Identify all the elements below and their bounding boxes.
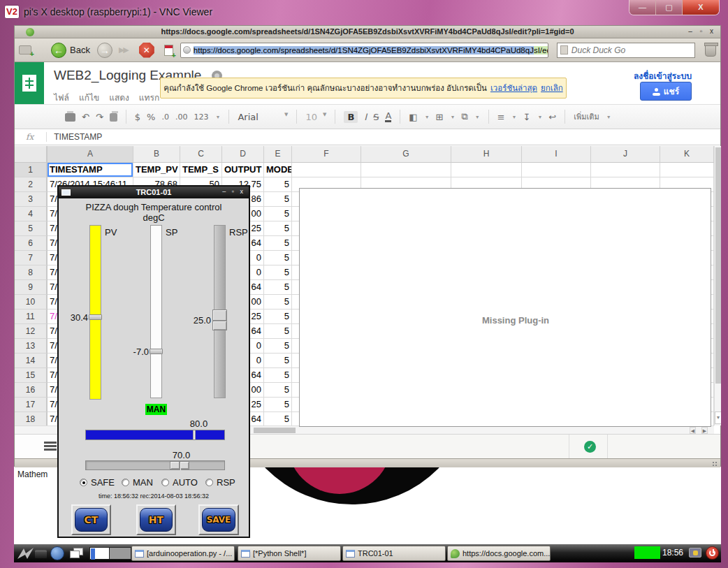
maximize-button[interactable]: ▢ [656, 0, 683, 15]
cell[interactable]: TEMP_PV [133, 163, 180, 177]
more-button[interactable]: เพิ่มเติม [574, 110, 599, 123]
column-header-K[interactable]: K [660, 146, 714, 163]
increase-decimal-icon[interactable]: .00 [175, 112, 188, 122]
cell[interactable] [292, 163, 361, 177]
clock[interactable]: 18:56 [662, 548, 687, 558]
number-format-icon[interactable]: 123 [194, 112, 208, 122]
power-button[interactable] [706, 546, 719, 560]
manual-slider-handle[interactable] [170, 461, 189, 469]
ct-button[interactable]: CT [71, 504, 111, 535]
cell[interactable] [591, 163, 660, 177]
cell[interactable]: 5 [264, 324, 292, 339]
grid-corner[interactable] [15, 146, 48, 163]
skip-forward-icon[interactable]: ▶▶ [119, 45, 128, 54]
stop-icon[interactable]: ✕ [139, 43, 154, 58]
radio-icon[interactable] [161, 479, 169, 486]
ht-button[interactable]: HT [136, 504, 176, 535]
lxde-menu-icon[interactable] [17, 546, 35, 560]
bookmark-icon[interactable] [164, 45, 173, 56]
row-header[interactable]: 9 [15, 280, 48, 295]
cell[interactable]: 5 [264, 310, 292, 324]
cell[interactable]: TEMP_S [180, 163, 222, 177]
cell[interactable]: 5 [264, 221, 292, 236]
bold-button[interactable]: B [344, 111, 358, 123]
font-select[interactable]: Arial▼ [238, 112, 288, 122]
italic-button[interactable]: I [364, 112, 367, 122]
cell[interactable]: 5 [264, 339, 292, 354]
row-header[interactable]: 10 [15, 295, 48, 310]
trc-titlebar[interactable]: TRC01-01 – ▫ x [59, 187, 249, 198]
row-header[interactable]: 7 [15, 251, 48, 265]
manual-slider[interactable] [85, 460, 225, 470]
search-field[interactable] [557, 43, 695, 58]
column-header-I[interactable]: I [522, 146, 591, 163]
vertical-align-icon[interactable]: ↧ [523, 112, 530, 122]
menu-item[interactable]: แสดง [109, 91, 129, 104]
all-sheets-menu-icon[interactable] [44, 442, 57, 444]
rsp-slider-handle[interactable] [212, 310, 227, 330]
percent-format-icon[interactable]: % [147, 112, 155, 122]
desktop-icon-label[interactable]: Mathem [17, 469, 48, 479]
cell[interactable] [451, 163, 522, 177]
row-header[interactable]: 2 [15, 177, 48, 192]
currency-format-icon[interactable]: $ [135, 112, 140, 122]
mode-radio-rsp[interactable]: RSP [205, 477, 235, 488]
trc-window-controls[interactable]: – ▫ x [222, 187, 245, 197]
sp-gauge[interactable] [150, 225, 162, 398]
url-field[interactable]: https://docs.google.com/spreadsheets/d/1… [180, 43, 548, 58]
missing-plugin-frame[interactable]: Missing Plug-in [299, 188, 711, 427]
cell[interactable]: TIMESTAMP [48, 163, 133, 177]
cell[interactable]: 5 [264, 295, 292, 310]
update-link[interactable]: เวอร์ชันล่าสุด [490, 82, 537, 94]
mode-radio-auto[interactable]: AUTO [161, 477, 198, 488]
fill-color-icon[interactable]: ◧ [409, 112, 417, 122]
browser-titlebar[interactable]: https://docs.google.com/spreadsheets/d/1… [15, 26, 720, 38]
save-button[interactable]: SAVE [198, 504, 239, 535]
cell[interactable] [522, 163, 591, 177]
output-slider[interactable] [85, 430, 225, 440]
redo-icon[interactable]: ↷ [96, 112, 103, 122]
column-header-J[interactable]: J [591, 146, 660, 163]
cpu-monitor[interactable] [634, 546, 660, 559]
row-header[interactable]: 12 [15, 324, 48, 339]
undo-icon[interactable]: ↶ [82, 112, 89, 122]
menu-item[interactable]: แก้ไข [79, 91, 99, 104]
output-slider-handle[interactable] [193, 430, 196, 439]
column-header-C[interactable]: C [180, 146, 222, 163]
resize-grip[interactable] [712, 461, 718, 467]
cell[interactable]: 5 [264, 207, 292, 221]
close-button[interactable]: X [683, 0, 719, 15]
column-header-F[interactable]: F [292, 146, 361, 163]
horizontal-scrollbar-thumb[interactable] [254, 428, 296, 433]
row-header[interactable]: 4 [15, 207, 48, 221]
radio-icon[interactable] [122, 479, 129, 486]
web-browser-icon[interactable] [50, 546, 64, 560]
text-wrap-icon[interactable]: ↩ [548, 112, 556, 122]
text-color-button[interactable]: A [385, 112, 391, 122]
scroll-right-button[interactable]: ▶ [701, 427, 708, 434]
mode-radio-man[interactable]: MAN [122, 477, 153, 488]
print-icon[interactable] [65, 113, 75, 122]
minimize-button[interactable]: — [629, 0, 656, 15]
menu-item[interactable]: ไฟล์ [54, 91, 69, 104]
cell[interactable] [361, 163, 451, 177]
task-button[interactable]: [*Python Shell*] [238, 546, 341, 561]
task-button[interactable]: TRC01-01 [342, 546, 446, 561]
cell[interactable]: 5 [264, 280, 292, 295]
horizontal-align-icon[interactable]: ≡ [497, 112, 505, 122]
row-header[interactable]: 1 [15, 163, 48, 177]
cell[interactable] [660, 163, 714, 177]
row-header[interactable]: 6 [15, 236, 48, 251]
dismiss-link[interactable]: ยกเลิก [541, 82, 563, 94]
font-size-select[interactable]: 10▼ [305, 112, 326, 122]
cell[interactable]: 5 [264, 354, 292, 368]
vnc-titlebar[interactable]: V2 pi's X desktop (raspberrypi:1) - VNC … [0, 0, 728, 25]
back-icon[interactable]: ← [51, 43, 66, 58]
paint-format-icon[interactable] [110, 113, 117, 122]
row-header[interactable]: 11 [15, 310, 48, 324]
pv-slider-handle[interactable] [89, 314, 102, 320]
strikethrough-button[interactable]: S [373, 112, 379, 122]
radio-icon[interactable] [205, 479, 213, 486]
pv-gauge[interactable] [89, 225, 101, 400]
row-header[interactable]: 5 [15, 221, 48, 236]
